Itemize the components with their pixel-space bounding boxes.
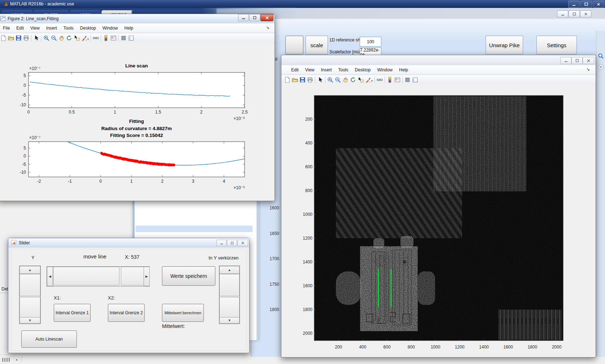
plain-square-icon[interactable] bbox=[120, 34, 127, 42]
rotate-3d-icon[interactable] bbox=[349, 76, 357, 84]
pan-hand-icon[interactable] bbox=[342, 76, 349, 84]
scroll-track-lower[interactable] bbox=[19, 297, 40, 318]
menu-tools[interactable]: Tools bbox=[60, 24, 77, 32]
y-scrollbar[interactable]: ▲ ▼ bbox=[19, 266, 41, 324]
docked-close-button[interactable] bbox=[580, 10, 591, 17]
menu-file[interactable]: File bbox=[0, 24, 13, 32]
expand-panel-icon[interactable] bbox=[598, 64, 604, 71]
search-icon[interactable] bbox=[598, 53, 604, 61]
maximize-button[interactable] bbox=[580, 1, 592, 8]
scroll-track-upper[interactable] bbox=[219, 274, 240, 296]
maximize-button[interactable] bbox=[571, 57, 583, 64]
zoom-in-icon[interactable] bbox=[326, 76, 334, 84]
slider-track-left[interactable] bbox=[53, 267, 119, 285]
minimize-button[interactable] bbox=[560, 57, 571, 64]
minimize-button[interactable] bbox=[216, 240, 227, 246]
auto-linescan-button[interactable]: Auto Linescan bbox=[21, 330, 77, 348]
scroll-up-arrow[interactable]: ▲ bbox=[219, 266, 240, 274]
dock-arrow-icon[interactable]: ↘ bbox=[586, 67, 590, 72]
unwrap-pike-button[interactable]: Unwrap Pike bbox=[486, 36, 523, 54]
print-icon[interactable] bbox=[22, 34, 30, 42]
menu-insert[interactable]: Insert bbox=[43, 24, 60, 32]
slider-left-arrow[interactable]: ◀ bbox=[47, 267, 53, 286]
menu-window[interactable]: Window bbox=[99, 24, 121, 32]
insert-legend-icon[interactable] bbox=[110, 34, 117, 42]
dock-arrow-icon[interactable]: ↘ bbox=[266, 25, 269, 30]
open-folder-icon[interactable] bbox=[7, 34, 15, 42]
svg-text:-5: -5 bbox=[22, 93, 26, 98]
slider-right-arrow[interactable]: ▶ bbox=[144, 267, 150, 286]
brush-icon[interactable] bbox=[80, 34, 88, 42]
menu-view[interactable]: View bbox=[302, 66, 318, 74]
menu-desktop[interactable]: Desktop bbox=[352, 66, 374, 74]
save-icon[interactable] bbox=[299, 76, 306, 84]
brush-dropdown-icon[interactable]: ▾ bbox=[371, 79, 373, 83]
close-button[interactable] bbox=[260, 14, 273, 21]
open-folder-icon[interactable] bbox=[291, 76, 299, 84]
data-cursor-icon[interactable] bbox=[357, 76, 364, 84]
menu-edit[interactable]: Edit bbox=[13, 24, 27, 32]
move-line-label: move line bbox=[83, 253, 106, 259]
plot-tools-icon[interactable] bbox=[127, 34, 135, 42]
ref-shift-input[interactable]: 100 bbox=[360, 37, 381, 46]
brush-dropdown-icon[interactable]: ▾ bbox=[87, 37, 89, 41]
docked-minimize-button[interactable] bbox=[557, 10, 568, 17]
menu-edit[interactable]: Edit bbox=[288, 66, 302, 74]
scroll-down-arrow[interactable]: ▼ bbox=[19, 317, 40, 324]
minimize-button[interactable] bbox=[238, 14, 249, 21]
rotate-3d-icon[interactable] bbox=[65, 34, 73, 42]
slider-thumb[interactable] bbox=[121, 267, 144, 285]
maximize-button[interactable] bbox=[227, 240, 237, 246]
scale-button[interactable]: scale bbox=[306, 36, 328, 54]
resize-grip-icon[interactable] bbox=[2, 357, 14, 364]
menu-insert[interactable]: Insert bbox=[317, 66, 335, 74]
link-plots-icon[interactable] bbox=[92, 34, 100, 42]
new-file-icon[interactable] bbox=[284, 76, 291, 84]
compute-mean-button[interactable]: Mittelwert berechnen bbox=[162, 304, 204, 322]
insert-legend-icon[interactable] bbox=[394, 76, 401, 84]
interval-limit1-button[interactable]: Interval Grenze 1 bbox=[54, 304, 91, 322]
link-plots-icon[interactable] bbox=[376, 76, 383, 84]
slider-window: Slider Y move line X: 537 In Y verkürzen… bbox=[8, 238, 250, 353]
cursor-arrow-icon[interactable] bbox=[32, 34, 40, 42]
wrapped-image-canvas[interactable]: 2004006008001000120014001600180020002004… bbox=[281, 83, 595, 356]
statusbar-expand-icon[interactable]: ▴ bbox=[16, 358, 17, 361]
new-file-icon[interactable] bbox=[0, 34, 7, 42]
scroll-up-arrow[interactable]: ▲ bbox=[19, 266, 40, 274]
svg-text:×10⁻⁷: ×10⁻⁷ bbox=[29, 66, 40, 71]
plain-square-icon[interactable] bbox=[404, 76, 411, 84]
menu-help[interactable]: Help bbox=[121, 24, 137, 32]
data-cursor-icon[interactable] bbox=[73, 34, 80, 42]
save-icon[interactable] bbox=[15, 34, 22, 42]
zoom-out-icon[interactable] bbox=[334, 76, 342, 84]
move-line-slider[interactable]: ◀ ▶ bbox=[47, 266, 150, 287]
scroll-track-upper[interactable] bbox=[19, 274, 40, 296]
pan-hand-icon[interactable] bbox=[58, 34, 65, 42]
docked-restore-button[interactable] bbox=[569, 10, 580, 17]
menu-view[interactable]: View bbox=[27, 24, 43, 32]
menu-tools[interactable]: Tools bbox=[335, 66, 352, 74]
close-button[interactable] bbox=[593, 1, 604, 8]
plot-tools-icon[interactable] bbox=[411, 76, 419, 84]
zoom-in-icon[interactable] bbox=[43, 34, 50, 42]
shorten-y-scrollbar[interactable]: ▲ ▼ bbox=[219, 266, 240, 324]
interval-limit2-button[interactable]: Interval Grenze 2 bbox=[108, 304, 145, 322]
print-icon[interactable] bbox=[306, 76, 314, 84]
settings-button[interactable]: Settings bbox=[536, 36, 577, 54]
menu-desktop[interactable]: Desktop bbox=[77, 24, 99, 32]
menu-help[interactable]: Help bbox=[396, 66, 411, 74]
minimize-button[interactable] bbox=[568, 1, 580, 8]
menu-window[interactable]: Window bbox=[374, 66, 396, 74]
insert-colorbar-icon[interactable] bbox=[386, 76, 394, 84]
save-values-button[interactable]: Werte speichern bbox=[162, 266, 215, 286]
close-button[interactable] bbox=[583, 57, 594, 64]
partial-hidden-button[interactable] bbox=[285, 36, 303, 54]
scroll-track-lower[interactable] bbox=[219, 297, 240, 318]
maximize-button[interactable] bbox=[249, 14, 260, 21]
insert-colorbar-icon[interactable] bbox=[102, 34, 110, 42]
brush-icon[interactable] bbox=[364, 76, 372, 84]
cursor-arrow-icon[interactable] bbox=[316, 76, 324, 84]
zoom-out-icon[interactable] bbox=[50, 34, 58, 42]
scroll-down-arrow[interactable]: ▼ bbox=[219, 317, 240, 324]
close-button[interactable] bbox=[237, 240, 248, 246]
